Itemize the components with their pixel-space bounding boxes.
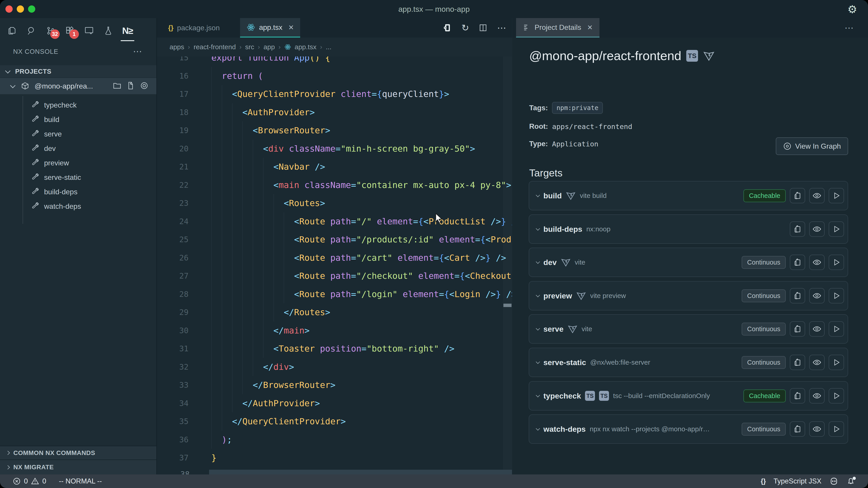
breadcrumb-item[interactable]: app	[264, 43, 275, 51]
sidebar-item-build[interactable]: build	[0, 112, 156, 127]
copy-task-button[interactable]	[790, 321, 805, 337]
explorer-icon[interactable]	[7, 25, 18, 36]
tab-project-details[interactable]: Project Details ✕	[516, 18, 599, 37]
code-line[interactable]: 21 <Navbar />	[157, 158, 512, 176]
sidebar-item-serve[interactable]: serve	[0, 127, 156, 141]
extensions-icon[interactable]: 1	[64, 25, 75, 36]
panel-more-actions-icon[interactable]: ⋯	[844, 18, 854, 37]
view-target-button[interactable]	[809, 421, 825, 437]
more-actions-icon[interactable]: ⋯	[497, 23, 506, 33]
panel-more-icon[interactable]: ⋯	[133, 46, 142, 57]
view-target-button[interactable]	[809, 188, 825, 203]
copy-task-button[interactable]	[790, 421, 805, 437]
code-line[interactable]: 35 </QueryClientProvider>	[157, 412, 512, 431]
run-target-button[interactable]	[829, 188, 844, 203]
chevron-down-icon[interactable]	[536, 293, 540, 297]
copy-task-button[interactable]	[790, 255, 805, 270]
testing-icon[interactable]	[103, 25, 114, 36]
code-line[interactable]: 37}	[157, 449, 512, 467]
tab-app-tsx[interactable]: app.tsx ✕	[240, 18, 300, 37]
project-details-icon[interactable]	[442, 23, 452, 33]
breadcrumb-item[interactable]: ...	[326, 43, 331, 51]
goto-file-icon[interactable]	[126, 81, 135, 91]
code-line[interactable]: 17 <QueryClientProvider client={queryCli…	[157, 85, 512, 103]
copy-task-button[interactable]	[790, 355, 805, 370]
code-line[interactable]: 20 <div className="min-h-screen bg-gray-…	[157, 140, 512, 158]
source-control-icon[interactable]: 32	[45, 25, 56, 36]
breadcrumb-item[interactable]: src	[245, 43, 254, 51]
view-target-button[interactable]	[809, 321, 825, 337]
code-line[interactable]: 29 </Routes>	[157, 303, 512, 322]
code-line[interactable]: 18 <AuthProvider>	[157, 103, 512, 122]
copy-task-button[interactable]	[790, 188, 805, 203]
chevron-down-icon[interactable]	[536, 426, 540, 430]
target-card-preview[interactable]: previewvite previewContinuous	[529, 281, 848, 311]
code-area[interactable]: 15export function App() {16 return (17 <…	[157, 48, 512, 467]
close-panel-icon[interactable]: ✕	[587, 24, 593, 31]
common-nx-commands-section[interactable]: COMMON NX COMMANDS	[0, 446, 156, 459]
sidebar-item-dev[interactable]: dev	[0, 141, 156, 156]
chevron-down-icon[interactable]	[536, 260, 540, 264]
vim-mode-indicator[interactable]: -- NORMAL --	[59, 477, 102, 485]
view-target-button[interactable]	[809, 288, 825, 303]
run-target-button[interactable]	[829, 355, 844, 370]
code-line[interactable]: 28 <Route path="/login" element={<Login …	[157, 285, 512, 303]
copy-task-button[interactable]	[790, 388, 805, 403]
split-editor-icon[interactable]	[478, 23, 488, 32]
sidebar-item-preview[interactable]: preview	[0, 156, 156, 170]
code-line[interactable]: 27 <Route path="/checkout" element={<Che…	[157, 267, 512, 285]
breadcrumb-item[interactable]: react-frontend	[193, 43, 236, 51]
code-line[interactable]: 16 return (	[157, 67, 512, 85]
view-target-button[interactable]	[809, 221, 825, 237]
copilot-icon[interactable]	[829, 477, 839, 486]
sidebar-item-typecheck[interactable]: typecheck	[0, 98, 156, 112]
tab-package-json[interactable]: {} package.json	[162, 18, 226, 37]
code-line[interactable]: 32 </div>	[157, 358, 512, 376]
target-card-watch-deps[interactable]: watch-depsnpx nx watch --projects @mono-…	[529, 414, 848, 444]
code-line[interactable]: 22 <main className="container mx-auto px…	[157, 176, 512, 194]
chevron-down-icon[interactable]	[536, 393, 540, 397]
view-target-button[interactable]	[809, 388, 825, 403]
target-card-build-deps[interactable]: build-depsnx:noop	[529, 215, 848, 244]
code-line[interactable]: 19 <BrowserRouter>	[157, 121, 512, 140]
remote-explorer-icon[interactable]	[84, 25, 94, 36]
run-target-button[interactable]	[829, 221, 844, 237]
run-target-button[interactable]	[829, 288, 844, 303]
view-target-button[interactable]	[809, 255, 825, 270]
chevron-down-icon[interactable]	[536, 326, 540, 330]
target-icon[interactable]	[140, 81, 149, 91]
run-target-button[interactable]	[829, 321, 844, 337]
target-card-serve-static[interactable]: serve-static@nx/web:file-serverContinuou…	[529, 348, 848, 377]
target-card-build[interactable]: buildvite buildCacheable	[529, 181, 848, 210]
folder-icon[interactable]	[113, 81, 122, 91]
code-line[interactable]: 24 <Route path="/" element={<ProductList…	[157, 213, 512, 231]
view-in-graph-button[interactable]: View In Graph	[776, 137, 848, 155]
copy-task-button[interactable]	[790, 288, 805, 303]
sidebar-item-watch-deps[interactable]: watch-deps	[0, 199, 156, 214]
sidebar-project-row[interactable]: @mono-app/rea...	[0, 78, 156, 94]
run-target-button[interactable]	[829, 421, 844, 437]
code-line[interactable]: 25 <Route path="/products/:id" element={…	[157, 230, 512, 249]
code-line[interactable]: 26 <Route path="/cart" element={<Cart />…	[157, 249, 512, 267]
notifications-bell-icon[interactable]	[846, 477, 855, 486]
run-target-button[interactable]	[829, 255, 844, 270]
refresh-icon[interactable]: ↻	[461, 23, 469, 33]
nx-migrate-section[interactable]: NX MIGRATE	[0, 459, 156, 475]
code-line[interactable]: 30 </main>	[157, 322, 512, 340]
target-card-typecheck[interactable]: typecheckTSTStsc --build --emitDeclarati…	[529, 381, 848, 411]
code-line[interactable]: 33 </BrowserRouter>	[157, 376, 512, 394]
code-line[interactable]: 34 </AuthProvider>	[157, 394, 512, 413]
search-icon[interactable]	[26, 25, 37, 36]
run-target-button[interactable]	[829, 388, 844, 403]
sidebar-item-serve-static[interactable]: serve-static	[0, 170, 156, 185]
code-line[interactable]: 23 <Routes>	[157, 194, 512, 213]
code-line[interactable]: 31 <Toaster position="bottom-right" />	[157, 339, 512, 358]
chevron-down-icon[interactable]	[536, 193, 540, 197]
breadcrumb-item[interactable]: app.tsx	[294, 43, 316, 51]
target-card-serve[interactable]: serveviteContinuous	[529, 314, 848, 344]
code-line[interactable]: 36 );	[157, 431, 512, 449]
chevron-down-icon[interactable]	[536, 360, 540, 364]
language-indicator[interactable]: TypeScript JSX	[774, 477, 822, 485]
target-card-dev[interactable]: devviteContinuous	[529, 248, 848, 277]
copy-task-button[interactable]	[790, 221, 805, 237]
